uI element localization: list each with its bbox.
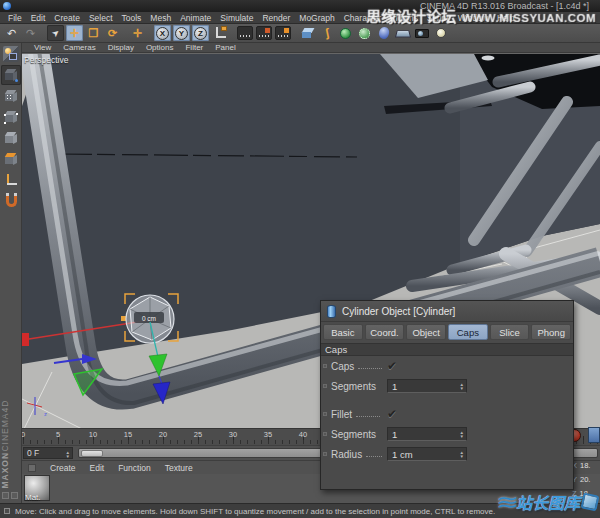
- timeline-scrollbar-handle[interactable]: [81, 450, 103, 457]
- fillet-segments-spinner[interactable]: ▲▼: [460, 428, 464, 442]
- camera-label[interactable]: Perspective: [24, 55, 68, 65]
- last-tool-button[interactable]: ✛: [129, 25, 146, 41]
- points-mode-icon: [4, 110, 18, 124]
- texture-mode-button[interactable]: [1, 86, 21, 106]
- vp-menu-panel[interactable]: Panel: [215, 43, 235, 52]
- live-selection-tool[interactable]: ➤: [47, 25, 64, 41]
- vp-menu-cameras[interactable]: Cameras: [63, 43, 95, 52]
- coordinate-system-icon: [213, 26, 227, 40]
- make-editable-button[interactable]: [1, 44, 21, 64]
- app-window: CINEMA 4D R13.016 Broadcast - [1.c4d *] …: [0, 0, 600, 518]
- move-tool[interactable]: ✛: [66, 25, 83, 41]
- selection-arrow-icon: ➤: [49, 27, 61, 40]
- polygons-mode-button[interactable]: [1, 149, 21, 169]
- bottom-left-icon-1[interactable]: [2, 492, 9, 499]
- snap-button[interactable]: [1, 191, 21, 211]
- edges-mode-button[interactable]: [1, 128, 21, 148]
- caps-section-header[interactable]: Caps: [321, 343, 573, 356]
- tab-object[interactable]: Object: [406, 324, 446, 340]
- cap-segments-spinner[interactable]: ▲▼: [460, 380, 464, 394]
- ruler-tick: 10: [86, 430, 100, 439]
- attribute-panel-header[interactable]: Cylinder Object [Cylinder]: [321, 301, 573, 322]
- caps-row: Caps ✔: [321, 356, 573, 376]
- fillet-segments-row: Segments 1 ▲▼: [321, 424, 573, 444]
- attribute-tabs: Basic Coord. Object Caps Slice Phong: [321, 322, 573, 343]
- radius-input[interactable]: 1 cm ▲▼: [387, 447, 467, 461]
- tab-caps[interactable]: Caps: [448, 324, 488, 340]
- nurbs-sphere-icon: [340, 28, 351, 39]
- fillet-checkbox[interactable]: ✔: [387, 407, 397, 421]
- menu-simulate[interactable]: Simulate: [220, 13, 253, 23]
- tab-slice[interactable]: Slice: [490, 324, 530, 340]
- fillet-segments-input[interactable]: 1 ▲▼: [387, 427, 467, 441]
- render-view-icon: [237, 26, 253, 40]
- vp-menu-view[interactable]: View: [34, 43, 51, 52]
- mat-menu-create[interactable]: Create: [50, 463, 76, 473]
- menu-select[interactable]: Select: [89, 13, 113, 23]
- y-axis-icon: Y: [175, 27, 188, 40]
- menu-edit[interactable]: Edit: [31, 13, 46, 23]
- menu-render[interactable]: Render: [262, 13, 290, 23]
- vp-menu-options[interactable]: Options: [146, 43, 174, 52]
- menu-mesh[interactable]: Mesh: [150, 13, 171, 23]
- add-light-button[interactable]: [432, 25, 449, 41]
- menu-animate[interactable]: Animate: [180, 13, 211, 23]
- coordinate-system-button[interactable]: [211, 25, 228, 41]
- add-cube-button[interactable]: [299, 25, 316, 41]
- enable-axis-button[interactable]: [1, 170, 21, 190]
- menu-tools[interactable]: Tools: [122, 13, 142, 23]
- rotate-tool[interactable]: ⟳: [104, 25, 121, 41]
- menu-script[interactable]: Script: [427, 13, 449, 23]
- render-view-button[interactable]: [236, 25, 253, 41]
- title-bar[interactable]: CINEMA 4D R13.016 Broadcast - [1.c4d *]: [0, 0, 600, 12]
- bottom-left-icon-2[interactable]: [11, 492, 18, 499]
- scale-tool[interactable]: ❒: [85, 25, 102, 41]
- render-settings-button[interactable]: [274, 25, 291, 41]
- model-mode-button[interactable]: [1, 65, 21, 85]
- radius-label: Radius: [331, 449, 362, 460]
- param-dot: [323, 432, 327, 436]
- undo-button[interactable]: ↶: [3, 25, 20, 41]
- vp-menu-filter[interactable]: Filter: [185, 43, 203, 52]
- window-title: CINEMA 4D R13.016 Broadcast - [1.c4d *]: [420, 1, 589, 11]
- status-bar: Move: Click and drag to move elements. H…: [0, 503, 600, 518]
- camera-icon: [415, 29, 429, 38]
- add-environment-button[interactable]: [394, 25, 411, 41]
- ruler-tick: 30: [226, 430, 240, 439]
- menu-file[interactable]: File: [8, 13, 22, 23]
- current-frame-field[interactable]: 0 F ▲▼: [23, 447, 73, 459]
- vp-menu-display[interactable]: Display: [108, 43, 134, 52]
- add-deformer-button[interactable]: [375, 25, 392, 41]
- lock-z-button[interactable]: Z: [192, 25, 209, 41]
- render-picture-viewer-icon: [256, 26, 272, 40]
- tab-phong[interactable]: Phong: [531, 324, 571, 340]
- enable-axis-icon: [4, 173, 18, 187]
- mat-menu-function[interactable]: Function: [118, 463, 151, 473]
- lock-y-button[interactable]: Y: [173, 25, 190, 41]
- tab-basic[interactable]: Basic: [323, 324, 363, 340]
- add-spline-button[interactable]: ʃ: [318, 25, 335, 41]
- autokey-icon[interactable]: [588, 427, 600, 443]
- menu-mograph[interactable]: MoGraph: [299, 13, 334, 23]
- lock-x-button[interactable]: X: [154, 25, 171, 41]
- radius-spinner[interactable]: ▲▼: [460, 448, 464, 462]
- mat-menu-edit[interactable]: Edit: [90, 463, 105, 473]
- caps-checkbox[interactable]: ✔: [387, 359, 397, 373]
- render-picture-viewer-button[interactable]: [255, 25, 272, 41]
- cap-segments-input[interactable]: 1 ▲▼: [387, 379, 467, 393]
- menu-help[interactable]: Help: [497, 13, 514, 23]
- add-modeling-object-button[interactable]: [356, 25, 373, 41]
- mat-menu-texture[interactable]: Texture: [165, 463, 193, 473]
- menu-create[interactable]: Create: [54, 13, 80, 23]
- ruler-tick: 35: [261, 430, 275, 439]
- points-mode-button[interactable]: [1, 107, 21, 127]
- param-dot: [323, 384, 327, 388]
- redo-button[interactable]: ↷: [22, 25, 39, 41]
- x-axis-handle[interactable]: [22, 333, 29, 346]
- tab-coord[interactable]: Coord.: [365, 324, 405, 340]
- menu-plugins[interactable]: Plugins: [390, 13, 418, 23]
- menu-character[interactable]: Character: [344, 13, 381, 23]
- add-camera-button[interactable]: [413, 25, 430, 41]
- menu-window[interactable]: Window: [458, 13, 488, 23]
- add-nurbs-button[interactable]: [337, 25, 354, 41]
